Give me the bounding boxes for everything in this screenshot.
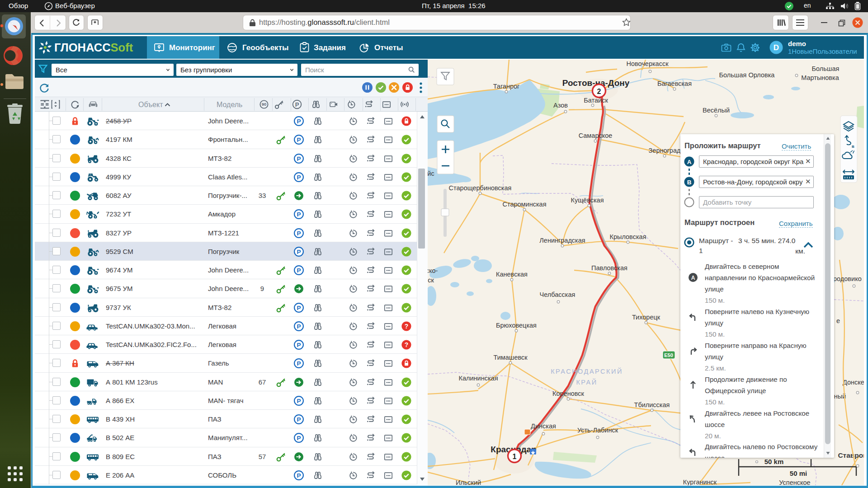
- svg-text:Весёлый: Весёлый: [703, 107, 730, 114]
- svg-text:E50: E50: [664, 352, 673, 358]
- svg-text:ск: ск: [428, 277, 434, 284]
- svg-text:Ставроп: Ставроп: [838, 451, 864, 459]
- svg-text:Большая Орловка: Большая Орловка: [719, 71, 775, 79]
- svg-text:Таганрог: Таганрог: [493, 83, 520, 90]
- svg-text:Донске: Донске: [843, 379, 864, 386]
- svg-text:ско-: ско-: [428, 267, 438, 274]
- svg-text:Самарское: Самарское: [579, 132, 613, 139]
- svg-text:Курганинск: Курганинск: [683, 479, 717, 485]
- svg-text:A: A: [687, 159, 692, 165]
- svg-text:Каневская: Каневская: [496, 271, 528, 278]
- svg-text:50 km: 50 km: [764, 458, 784, 465]
- svg-text:Динская: Динская: [531, 422, 556, 430]
- svg-text:Староминская: Староминская: [502, 201, 546, 208]
- svg-text:Павловская: Павловская: [591, 264, 627, 272]
- svg-text:Кущёвская: Кущёвская: [571, 197, 604, 204]
- svg-text:йс: йс: [428, 170, 434, 177]
- svg-text:Большая: Большая: [812, 65, 840, 72]
- svg-text:Тихорецк: Тихорецк: [632, 314, 660, 321]
- svg-text:Зерноград: Зерноград: [649, 147, 681, 154]
- svg-text:Ильский: Ильский: [456, 479, 481, 485]
- svg-text:Багаевская: Багаевская: [657, 80, 692, 87]
- svg-text:Азов: Азов: [553, 102, 568, 109]
- svg-text:Тимашевск: Тимашевск: [493, 354, 528, 361]
- svg-text:2: 2: [597, 88, 601, 95]
- svg-text:50 mi: 50 mi: [790, 469, 807, 477]
- svg-text:Тбилисская: Тбилисская: [634, 401, 670, 408]
- svg-text:Кореновск: Кореновск: [552, 390, 585, 397]
- svg-text:е: е: [836, 317, 840, 324]
- svg-text:Усть-Лабинск: Усть-Лабинск: [577, 427, 618, 434]
- svg-text:КРАСНОДАРСКИЙ: КРАСНОДАРСКИЙ: [551, 367, 623, 375]
- svg-text:Крыловская: Крыловская: [610, 233, 646, 240]
- svg-text:Брюховецкая: Брюховецкая: [496, 322, 537, 329]
- svg-text:КРАЙ: КРАЙ: [576, 378, 597, 386]
- svg-text:D: D: [774, 43, 779, 52]
- svg-text:B: B: [687, 179, 692, 186]
- svg-text:Батайск: Батайск: [584, 97, 608, 104]
- svg-text:Ленинградская: Ленинградская: [539, 237, 585, 244]
- svg-text:Челбасская: Челбасская: [540, 291, 576, 298]
- svg-text:B: B: [852, 145, 854, 149]
- svg-text:A: A: [691, 275, 695, 281]
- svg-text:1: 1: [513, 453, 517, 460]
- svg-text:Мартыновка: Мартыновка: [801, 74, 840, 81]
- svg-text:Успенское: Успенское: [779, 479, 810, 485]
- svg-text:Старощербиновская: Старощербиновская: [449, 184, 512, 192]
- svg-text:Калининская: Калининская: [458, 375, 498, 382]
- svg-text:родовико: родовико: [833, 275, 862, 282]
- svg-text:Новочеркасск: Новочеркасск: [626, 60, 669, 67]
